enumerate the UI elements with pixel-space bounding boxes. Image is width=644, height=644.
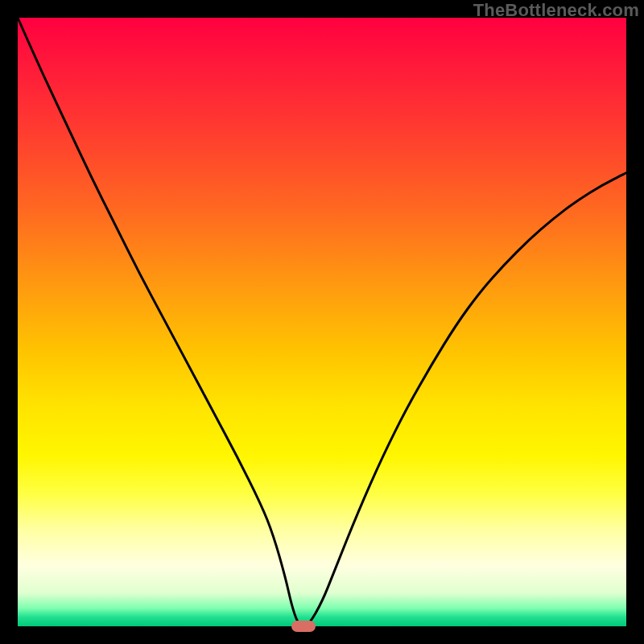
chart-frame: TheBottleneck.com	[0, 0, 644, 644]
optimum-marker	[291, 621, 316, 632]
curve-path	[18, 18, 626, 625]
bottleneck-curve	[18, 18, 626, 626]
watermark-text: TheBottleneck.com	[473, 0, 639, 21]
